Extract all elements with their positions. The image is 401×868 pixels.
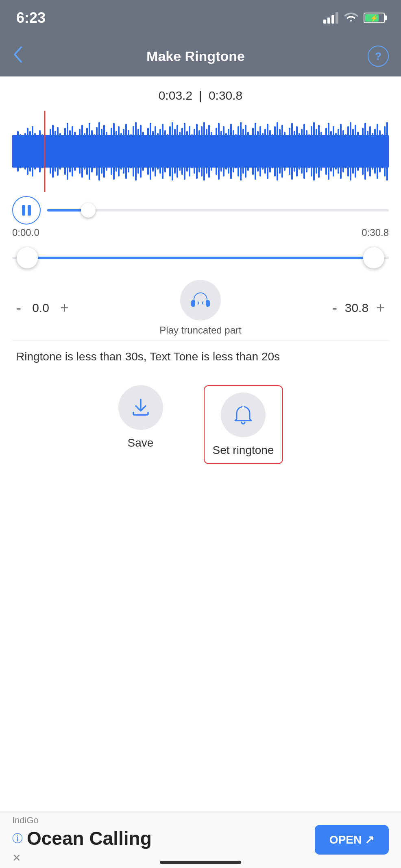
svg-rect-110 <box>281 125 283 178</box>
svg-rect-87 <box>225 133 227 170</box>
ad-content: IndiGo ⓘ Ocean Calling ✕ <box>12 815 152 864</box>
left-control: - 0.0 + <box>16 299 69 316</box>
svg-rect-7 <box>27 128 28 175</box>
svg-rect-35 <box>98 122 100 181</box>
app-header: Make Ringtone ? <box>0 36 401 76</box>
svg-rect-11 <box>37 136 38 167</box>
svg-rect-151 <box>381 134 383 168</box>
svg-rect-24 <box>72 126 73 177</box>
range-thumb-right[interactable] <box>363 247 384 268</box>
svg-rect-82 <box>213 136 215 167</box>
progress-track[interactable] <box>47 209 389 212</box>
back-button[interactable] <box>12 46 24 67</box>
left-plus-button[interactable]: + <box>60 299 69 316</box>
svg-rect-5 <box>22 137 24 166</box>
svg-rect-152 <box>384 126 386 177</box>
svg-rect-74 <box>194 129 195 174</box>
svg-rect-34 <box>96 127 98 176</box>
svg-rect-75 <box>196 124 198 179</box>
svg-rect-137 <box>347 126 349 177</box>
svg-rect-149 <box>377 124 378 179</box>
svg-rect-119 <box>303 124 305 179</box>
svg-rect-65 <box>172 122 173 181</box>
save-action[interactable]: Save <box>118 385 163 464</box>
svg-rect-53 <box>142 132 144 171</box>
svg-rect-41 <box>113 123 115 180</box>
svg-rect-109 <box>279 129 281 174</box>
ad-open-button[interactable]: OPEN ↗ <box>315 825 389 855</box>
right-minus-button[interactable]: - <box>332 299 337 316</box>
svg-rect-102 <box>262 133 264 170</box>
controls-row: - 0.0 + Play truncated part - 30.8 + <box>12 280 389 336</box>
progress-thumb[interactable] <box>81 203 96 218</box>
svg-rect-156 <box>206 300 209 306</box>
time-labels: 0:00.0 0:30.8 <box>12 227 389 238</box>
svg-rect-44 <box>120 133 122 170</box>
wifi-icon <box>344 11 358 25</box>
svg-rect-47 <box>128 130 129 172</box>
svg-rect-68 <box>179 132 181 171</box>
set-ringtone-action[interactable]: Set ringtone <box>204 385 283 464</box>
save-circle <box>118 385 163 430</box>
range-slider[interactable] <box>12 246 389 270</box>
svg-rect-130 <box>330 131 332 172</box>
svg-rect-112 <box>286 136 288 167</box>
svg-rect-94 <box>242 129 244 174</box>
right-plus-button[interactable]: + <box>376 299 385 316</box>
playback-row <box>12 196 389 225</box>
svg-rect-33 <box>94 134 95 168</box>
pause-button[interactable] <box>12 196 41 225</box>
svg-rect-107 <box>274 126 276 177</box>
svg-rect-80 <box>208 125 210 178</box>
svg-rect-79 <box>206 129 207 174</box>
svg-rect-131 <box>333 126 334 177</box>
range-thumb-left[interactable] <box>17 247 38 268</box>
svg-rect-29 <box>84 133 85 170</box>
svg-rect-115 <box>294 131 295 172</box>
svg-rect-142 <box>360 136 361 167</box>
svg-rect-125 <box>318 125 320 178</box>
svg-rect-42 <box>116 131 117 172</box>
svg-rect-104 <box>267 124 268 179</box>
svg-rect-18 <box>57 127 59 176</box>
help-button[interactable]: ? <box>368 46 389 67</box>
svg-rect-90 <box>233 130 234 172</box>
svg-rect-153 <box>386 122 388 181</box>
right-value: 30.8 <box>344 301 369 315</box>
svg-rect-148 <box>374 129 376 174</box>
svg-rect-73 <box>191 134 193 168</box>
svg-rect-19 <box>59 133 61 170</box>
svg-rect-28 <box>81 125 83 178</box>
svg-rect-49 <box>133 126 134 177</box>
left-minus-button[interactable]: - <box>16 299 21 316</box>
svg-rect-121 <box>308 134 310 168</box>
svg-rect-93 <box>240 122 242 181</box>
waveform-container[interactable]: // This will be rendered as SVG bars via… <box>12 111 389 192</box>
set-ringtone-box: Set ringtone <box>204 385 283 464</box>
current-time: 0:03.2 <box>159 89 192 103</box>
svg-rect-145 <box>367 131 368 172</box>
svg-rect-36 <box>101 129 102 174</box>
svg-rect-86 <box>223 126 224 177</box>
center-control: Play truncated part <box>159 280 241 336</box>
svg-rect-113 <box>289 128 290 175</box>
svg-rect-114 <box>291 123 293 180</box>
play-truncated-label: Play truncated part <box>159 325 241 336</box>
play-truncated-button[interactable] <box>180 280 221 321</box>
svg-rect-97 <box>250 136 251 167</box>
svg-rect-16 <box>52 125 54 178</box>
waveform-svg: // This will be rendered as SVG bars via… <box>12 111 389 192</box>
total-time: 0:30.8 <box>209 89 242 103</box>
svg-rect-140 <box>355 125 356 178</box>
svg-rect-85 <box>220 131 222 172</box>
svg-rect-95 <box>245 125 246 178</box>
svg-rect-52 <box>140 125 142 178</box>
svg-rect-64 <box>169 126 171 177</box>
svg-rect-31 <box>89 123 90 180</box>
ad-close-icon[interactable]: ✕ <box>12 852 152 864</box>
svg-rect-3 <box>17 131 19 172</box>
left-value: 0.0 <box>28 301 53 315</box>
svg-rect-117 <box>299 133 300 170</box>
svg-rect-20 <box>62 136 63 167</box>
save-icon <box>130 397 151 418</box>
